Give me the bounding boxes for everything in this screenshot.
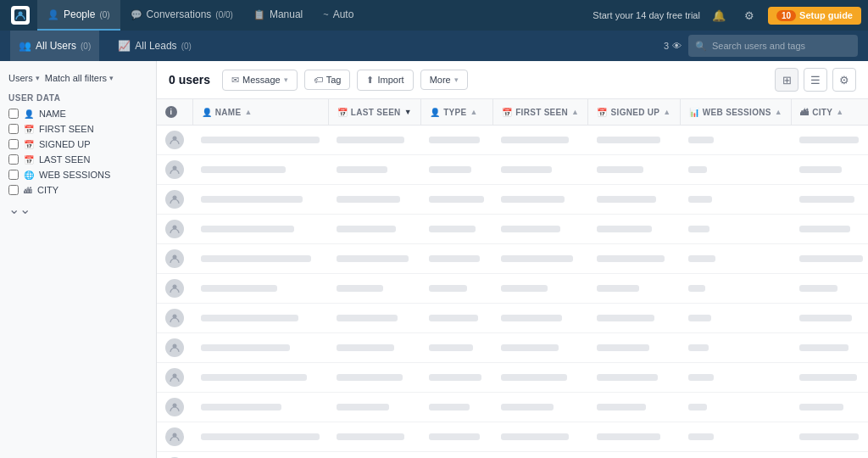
col-last-seen[interactable]: 📅 LAST SEEN ▼ xyxy=(328,99,420,126)
sub-nav-all-leads[interactable]: 📈 All Leads (0) xyxy=(109,31,200,61)
table-row[interactable] xyxy=(157,126,868,155)
search-input[interactable] xyxy=(712,41,851,51)
sidebar-item-web-sessions[interactable]: 🌐 WEB SESSIONS xyxy=(0,167,156,182)
first-seen-skeleton xyxy=(501,226,560,232)
city-col-icon: 🏙 xyxy=(800,108,809,117)
first-seen-skeleton xyxy=(501,344,559,351)
last-seen-skeleton xyxy=(337,404,389,411)
row-name-cell xyxy=(192,452,328,459)
bell-icon[interactable]: 🔔 xyxy=(707,3,731,27)
auto-icon: ~ xyxy=(323,9,328,20)
first-seen-checkbox[interactable] xyxy=(8,124,19,134)
last-seen-skeleton xyxy=(337,285,383,292)
table-row[interactable] xyxy=(157,244,868,274)
row-name-cell xyxy=(192,422,328,452)
row-first-seen-cell xyxy=(492,185,587,215)
row-avatar-cell xyxy=(157,422,192,452)
list-icon: ☰ xyxy=(810,74,821,87)
settings-icon[interactable]: ⚙ xyxy=(737,3,761,27)
columns-settings-icon: ⚙ xyxy=(839,74,849,87)
type-skeleton xyxy=(429,433,480,440)
setup-guide-button[interactable]: 10 Setup guide xyxy=(768,7,861,25)
table-row[interactable] xyxy=(157,333,868,363)
row-last-seen-cell xyxy=(328,274,420,304)
row-type-cell xyxy=(420,244,492,274)
row-last-seen-cell xyxy=(328,452,420,459)
col-web-sessions[interactable]: 📊 WEB SESSIONS ▲ xyxy=(680,99,791,126)
expand-more-button[interactable]: ⌄⌄ xyxy=(0,198,156,221)
sidebar-item-signed-up[interactable]: 📅 SIGNED UP xyxy=(0,137,156,152)
row-city-cell xyxy=(791,155,868,185)
first-seen-col-label: FIRST SEEN xyxy=(515,108,568,117)
row-signed-up-cell xyxy=(588,155,680,185)
sub-nav-all-users[interactable]: 👥 All Users (0) xyxy=(10,31,99,61)
message-button[interactable]: ✉ Message ▾ xyxy=(222,70,298,91)
conversations-icon: 💬 xyxy=(131,9,142,20)
settings-columns-button[interactable]: ⚙ xyxy=(832,68,856,92)
table-row[interactable] xyxy=(157,274,868,304)
table-row[interactable] xyxy=(157,452,868,459)
list-view-button[interactable]: ☰ xyxy=(804,68,827,92)
row-city-cell xyxy=(791,215,868,244)
first-seen-icon: 📅 xyxy=(24,125,34,134)
users-filter-button[interactable]: Users ▾ xyxy=(8,73,40,83)
row-first-seen-cell xyxy=(492,215,587,244)
table-row[interactable] xyxy=(157,363,868,393)
sidebar-item-last-seen[interactable]: 📅 LAST SEEN xyxy=(0,152,156,167)
sidebar-item-first-seen[interactable]: 📅 FIRST SEEN xyxy=(0,121,156,137)
table-row[interactable] xyxy=(157,215,868,244)
first-seen-skeleton xyxy=(501,404,554,411)
city-checkbox[interactable] xyxy=(8,185,19,195)
col-signed-up[interactable]: 📅 SIGNED UP ▲ xyxy=(588,99,680,126)
import-button[interactable]: ⬆ Import xyxy=(357,70,413,91)
signed-up-checkbox[interactable] xyxy=(8,139,19,149)
col-city[interactable]: 🏙 CITY ▲ xyxy=(791,99,868,126)
first-seen-skeleton xyxy=(501,255,573,262)
table-row[interactable] xyxy=(157,393,868,422)
nav-tab-conversations[interactable]: 💬 Conversations (0/0) xyxy=(120,0,243,31)
table-row[interactable] xyxy=(157,304,868,333)
all-users-count: (0) xyxy=(81,42,91,51)
type-skeleton xyxy=(429,315,478,321)
name-skeleton xyxy=(201,255,311,262)
row-web-sessions-cell xyxy=(680,393,791,422)
col-first-seen[interactable]: 📅 FIRST SEEN ▲ xyxy=(492,99,587,126)
name-label: NAME xyxy=(39,109,66,119)
nav-tab-auto[interactable]: ~ Auto xyxy=(313,0,364,31)
sidebar-item-city[interactable]: 🏙 CITY xyxy=(0,182,156,198)
row-signed-up-cell xyxy=(588,333,680,363)
col-name[interactable]: 👤 NAME ▲ xyxy=(192,99,328,126)
table-row[interactable] xyxy=(157,155,868,185)
eye-number: 3 xyxy=(664,41,669,51)
signed-up-icon: 📅 xyxy=(24,140,34,149)
web-sessions-skeleton xyxy=(688,255,715,262)
import-label: Import xyxy=(377,75,403,85)
nav-tab-people[interactable]: 👤 People (0) xyxy=(37,0,120,31)
name-checkbox[interactable] xyxy=(8,109,19,119)
row-name-cell xyxy=(192,304,328,333)
match-all-filters-button[interactable]: Match all filters ▾ xyxy=(45,73,114,83)
tag-button[interactable]: 🏷 Tag xyxy=(304,70,351,90)
last-seen-checkbox[interactable] xyxy=(8,154,19,165)
search-box[interactable]: 🔍 xyxy=(688,35,858,57)
logo[interactable] xyxy=(7,2,34,29)
more-button[interactable]: More ▾ xyxy=(420,70,468,90)
col-type[interactable]: 👤 TYPE ▲ xyxy=(420,99,492,126)
table-row[interactable] xyxy=(157,422,868,452)
row-type-cell xyxy=(420,215,492,244)
type-skeleton xyxy=(429,166,471,173)
row-web-sessions-cell xyxy=(680,333,791,363)
row-avatar-cell xyxy=(157,274,192,304)
grid-view-button[interactable]: ⊞ xyxy=(775,68,798,92)
sidebar-item-name[interactable]: 👤 NAME xyxy=(0,106,156,121)
table-row[interactable] xyxy=(157,185,868,215)
city-skeleton xyxy=(799,137,859,143)
web-sessions-checkbox[interactable] xyxy=(8,170,19,180)
row-type-cell xyxy=(420,333,492,363)
city-skeleton xyxy=(799,433,859,440)
name-col-label: NAME xyxy=(215,108,242,117)
user-avatar xyxy=(165,160,184,179)
nav-tab-manual[interactable]: 📋 Manual xyxy=(243,0,313,31)
city-skeleton xyxy=(799,226,850,232)
first-seen-skeleton xyxy=(501,285,548,292)
